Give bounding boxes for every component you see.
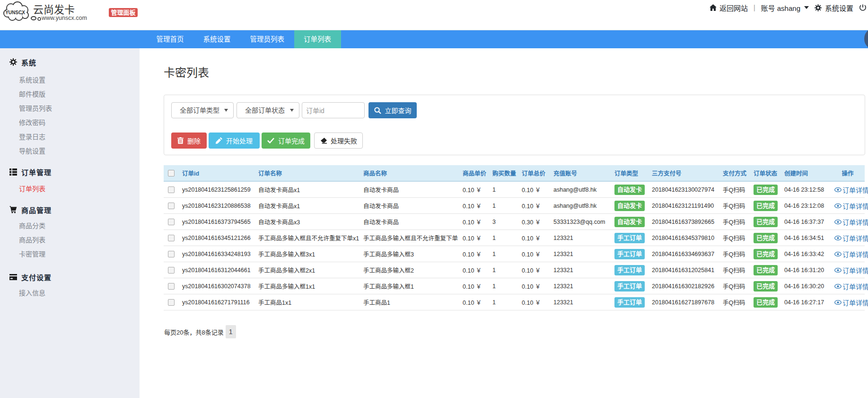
svg-text:YUNSCX: YUNSCX [5, 10, 25, 15]
